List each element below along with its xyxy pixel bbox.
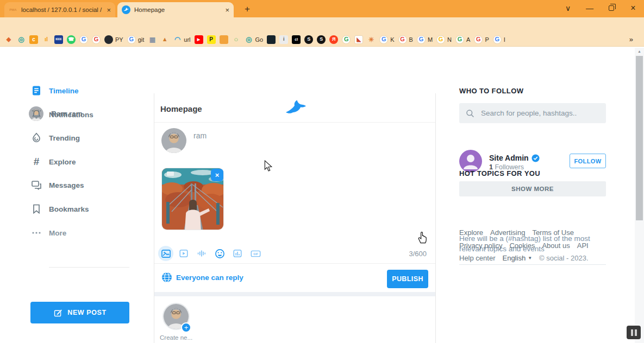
browser-titlebar: PMA localhost / 127.0.0.1 / social / cl_…: [0, 0, 644, 17]
bookmark-item[interactable]: ◎: [17, 35, 26, 44]
sidebar-label: Messages: [49, 181, 84, 189]
composer-toolbar: GIF 3/600: [154, 243, 435, 264]
bookmark-item[interactable]: PY: [104, 35, 123, 44]
bookmark-item[interactable]: ◣: [354, 35, 363, 44]
bookmark-item[interactable]: GP: [474, 35, 489, 44]
bookmark-item[interactable]: ◆: [4, 35, 13, 44]
browser-tab-homepage[interactable]: Homepage ×: [117, 2, 234, 17]
sidebar-item-notifications[interactable]: Notifications: [31, 108, 93, 121]
bookmark-item[interactable]: [220, 35, 228, 44]
bookmark-item[interactable]: ▶: [195, 35, 203, 44]
site-bird-favicon-icon: [122, 5, 130, 14]
sidebar-item-more[interactable]: More: [31, 226, 66, 239]
bookmark-item[interactable]: ▦: [148, 35, 157, 44]
bookmark-item[interactable]: cl: [292, 35, 301, 44]
search-input[interactable]: [481, 109, 595, 117]
bookmark-item[interactable]: ◎Go: [245, 35, 264, 44]
scrollbar-thumb[interactable]: [636, 56, 643, 220]
footer-link-terms[interactable]: Terms of Use: [532, 228, 574, 237]
bookmark-item[interactable]: GB: [398, 35, 413, 44]
app-bird-logo-icon[interactable]: [285, 100, 307, 119]
screen: { "browser": { "tab1_title": "localhost …: [0, 0, 644, 343]
bookmark-favicon-icon: c: [29, 35, 38, 44]
bookmark-item[interactable]: GI: [493, 35, 505, 44]
sidebar-item-explore[interactable]: # Explore: [31, 155, 76, 168]
bookmark-favicon-icon: ◆: [4, 35, 13, 44]
bookmark-favicon-icon: ☀: [367, 35, 376, 44]
footer-link-advertising[interactable]: Advertising: [490, 228, 525, 237]
footer-link-cookies[interactable]: Cookies: [509, 242, 535, 250]
main-column: Homepage ram: [154, 93, 436, 343]
add-video-button[interactable]: [176, 246, 191, 261]
bookmark-item[interactable]: G: [79, 35, 88, 44]
bookmark-item[interactable]: S: [317, 35, 326, 44]
footer-link-explore[interactable]: Explore: [459, 228, 483, 237]
bookmark-item[interactable]: c: [29, 35, 38, 44]
sidebar-item-timeline[interactable]: Timeline: [31, 84, 79, 97]
tab-close-icon[interactable]: ×: [107, 6, 111, 14]
bookmark-item[interactable]: ıl: [42, 35, 51, 44]
bookmark-item[interactable]: G: [92, 35, 101, 44]
search-box[interactable]: [459, 103, 606, 123]
follow-button[interactable]: FOLLOW: [570, 154, 606, 168]
sidebar-item-trending[interactable]: Trending: [31, 131, 80, 144]
bookmark-item[interactable]: IEEE: [54, 35, 63, 44]
bookmark-item[interactable]: S: [304, 35, 313, 44]
svg-text:GIF: GIF: [253, 252, 258, 256]
window-restore-button[interactable]: [601, 0, 622, 16]
add-audio-button[interactable]: [194, 246, 209, 261]
publish-button[interactable]: PUBLISH: [387, 270, 428, 288]
sidebar-item-messages[interactable]: Messages: [31, 179, 84, 192]
recorder-pause-button[interactable]: [627, 326, 641, 339]
bookmark-item[interactable]: Ggit: [127, 35, 145, 44]
window-close-button[interactable]: ×: [623, 0, 643, 16]
bookmark-label: A: [466, 36, 470, 43]
bookmark-item[interactable]: ☀: [367, 35, 376, 44]
footer-link-api[interactable]: API: [577, 242, 589, 250]
bookmark-favicon-icon: i: [279, 35, 288, 44]
composer-text-input[interactable]: ram: [193, 131, 207, 140]
add-story-plus-icon[interactable]: +: [181, 322, 191, 333]
add-image-button[interactable]: [158, 246, 173, 261]
bookmark-item[interactable]: ☎: [67, 35, 76, 44]
bookmark-item[interactable]: [267, 35, 276, 44]
bookmark-item[interactable]: GA: [455, 35, 470, 44]
bookmark-label: Go: [255, 36, 264, 43]
bookmark-item[interactable]: Я: [329, 35, 338, 44]
bookmark-item[interactable]: GN: [436, 35, 452, 44]
add-emoji-button[interactable]: [212, 246, 227, 261]
reply-scope-label[interactable]: Everyone can reply: [176, 274, 243, 282]
bookmark-item[interactable]: GM: [417, 35, 433, 44]
new-tab-button[interactable]: +: [240, 2, 254, 16]
who-to-follow-heading: WHO TO FOLLOW: [459, 87, 523, 95]
bookmarks-overflow-icon[interactable]: »: [629, 35, 640, 43]
bookmark-item[interactable]: GK: [379, 35, 394, 44]
bookmark-favicon-icon: S: [304, 35, 313, 44]
tab-search-chevron-icon[interactable]: ∨: [558, 0, 578, 16]
remove-image-button[interactable]: ×: [211, 169, 223, 181]
bookmark-item[interactable]: ◠url: [173, 35, 190, 44]
bookmark-favicon-icon: G: [474, 35, 483, 44]
bookmark-item[interactable]: P: [207, 35, 216, 44]
language-selector[interactable]: English ▼: [502, 254, 532, 262]
browser-tab-phpmyadmin[interactable]: PMA localhost / 127.0.0.1 / social / cl_…: [4, 2, 115, 17]
scrollbar-up-arrow[interactable]: ▲: [635, 48, 644, 55]
tab-close-icon[interactable]: ×: [225, 6, 229, 14]
bookmark-item[interactable]: ○: [232, 35, 241, 44]
suggested-user-name[interactable]: Site Admin: [489, 154, 540, 162]
bookmark-item[interactable]: ▲: [160, 35, 169, 44]
footer-link-help[interactable]: Help center: [459, 254, 495, 262]
bookmark-favicon-icon: ◎: [245, 35, 253, 44]
add-poll-button[interactable]: [230, 246, 245, 261]
show-more-button[interactable]: SHOW MORE: [459, 181, 606, 196]
bookmark-item[interactable]: G: [342, 35, 351, 44]
bookmark-favicon-icon: G: [379, 35, 388, 44]
window-minimize-button[interactable]: —: [579, 0, 600, 16]
new-post-button[interactable]: NEW POST: [30, 302, 129, 323]
add-gif-button[interactable]: GIF: [248, 246, 263, 261]
page-scrollbar[interactable]: ▲: [635, 48, 644, 343]
footer-link-about[interactable]: About us: [542, 242, 570, 250]
sidebar-item-bookmarks[interactable]: Bookmarks: [31, 202, 89, 215]
footer-link-privacy[interactable]: Privacy policy: [459, 242, 502, 250]
bookmark-item[interactable]: i: [279, 35, 288, 44]
